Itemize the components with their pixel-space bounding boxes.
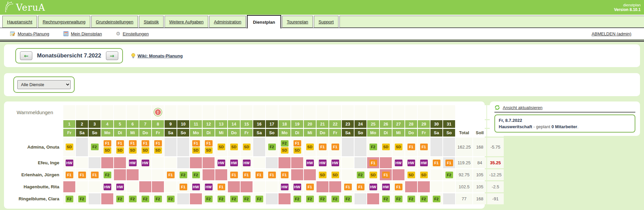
shift-cell-day-3[interactable] — [89, 181, 101, 192]
shift-chip-f1[interactable]: F1 — [180, 184, 187, 190]
tab-support[interactable]: Support — [314, 16, 338, 28]
shift-cell-day-10[interactable] — [177, 138, 189, 156]
shift-cell-day-31[interactable] — [443, 138, 455, 156]
shift-cell-day-21[interactable]: F1 — [317, 138, 328, 156]
shift-cell-day-1[interactable]: SD — [63, 138, 75, 156]
shift-chip-f1[interactable]: F1 — [91, 172, 99, 178]
shift-cell-day-15[interactable]: SD — [241, 138, 253, 156]
shift-chip-f2[interactable]: F2 — [357, 172, 364, 178]
shift-cell-day-21[interactable]: HW — [317, 157, 328, 168]
shift-cell-day-12[interactable]: F1SD — [203, 138, 215, 156]
shift-chip-sd[interactable]: SD — [230, 144, 238, 150]
shift-chip-f1[interactable]: F1 — [433, 160, 440, 166]
tab-tourenplan[interactable]: Tourenplan — [282, 16, 313, 28]
shift-cell-day-8[interactable] — [152, 157, 164, 168]
shift-cell-day-13[interactable]: HW — [215, 157, 227, 168]
shift-cell-day-15[interactable] — [241, 181, 253, 192]
shift-cell-day-27[interactable]: HW — [392, 157, 404, 168]
shift-cell-day-6[interactable] — [127, 169, 139, 180]
tab-hauptansicht[interactable]: Hauptansicht — [2, 16, 37, 28]
shift-cell-day-1[interactable]: HW — [63, 157, 75, 168]
shift-chip-f1[interactable]: F1 — [230, 172, 238, 178]
shift-chip-f1[interactable]: F1 — [445, 160, 453, 166]
shift-cell-day-23[interactable]: F1 — [342, 181, 354, 192]
shift-cell-day-26[interactable]: F2 — [380, 193, 392, 204]
shift-chip-f2[interactable]: F2 — [192, 172, 200, 178]
shift-cell-day-23[interactable] — [342, 157, 354, 168]
shift-cell-day-16[interactable] — [253, 181, 265, 192]
shift-chip-hw[interactable]: HW — [420, 160, 428, 166]
wiki-link[interactable]: Wiki: Monats-Planung — [131, 53, 183, 59]
shift-chip-f2[interactable]: F2 — [407, 196, 415, 202]
shift-cell-day-5[interactable]: F2 — [114, 193, 126, 204]
shift-cell-day-30[interactable] — [430, 138, 442, 156]
shift-chip-f1[interactable]: F1 — [344, 184, 352, 190]
shift-cell-day-30[interactable]: F1 — [430, 157, 442, 168]
shift-cell-day-4[interactable] — [101, 193, 113, 204]
shift-cell-day-7[interactable]: F2 — [139, 193, 151, 204]
shift-cell-day-3[interactable]: F1 — [89, 169, 101, 180]
shift-cell-day-3[interactable]: F2 — [89, 138, 101, 156]
shift-cell-day-26[interactable]: HW — [380, 181, 392, 192]
shift-chip-sd[interactable]: SD — [281, 147, 289, 154]
shift-cell-day-20[interactable]: F1 — [304, 181, 316, 192]
shift-chip-f2[interactable]: F2 — [306, 196, 314, 202]
shift-cell-day-17[interactable]: F2 — [266, 138, 278, 156]
shift-cell-day-11[interactable]: F2 — [190, 169, 202, 180]
shift-chip-f1[interactable]: F1 — [281, 172, 289, 178]
shift-cell-day-7[interactable]: F1SD — [139, 138, 151, 156]
shift-cell-day-25[interactable]: SD — [367, 169, 379, 180]
shift-cell-day-29[interactable]: SD — [418, 169, 430, 180]
shift-chip-f1[interactable]: F1 — [104, 140, 111, 147]
shift-chip-f1[interactable]: F1 — [66, 172, 73, 178]
shift-cell-day-31[interactable]: F2 — [443, 169, 455, 180]
shift-cell-day-14[interactable]: F1 — [228, 169, 240, 180]
shift-cell-day-5[interactable] — [114, 169, 126, 180]
shift-cell-day-14[interactable]: F2 — [228, 193, 240, 204]
shift-cell-day-19[interactable]: F1SD — [291, 138, 303, 156]
shift-cell-day-4[interactable]: HW — [101, 181, 113, 192]
shift-cell-day-12[interactable]: F2 — [203, 193, 215, 204]
warning-icon[interactable]: ! — [154, 108, 162, 117]
shift-chip-hw[interactable]: HW — [116, 184, 124, 190]
shift-chip-sd[interactable]: SD — [116, 147, 124, 154]
shift-cell-day-22[interactable]: F2 — [329, 193, 341, 204]
shift-cell-day-4[interactable]: F2 — [101, 169, 113, 180]
shift-chip-hw[interactable]: HW — [104, 184, 111, 190]
shift-cell-day-1[interactable] — [63, 181, 75, 192]
shift-cell-day-30[interactable] — [430, 181, 442, 192]
shift-cell-day-21[interactable] — [317, 181, 328, 192]
shift-cell-day-20[interactable] — [304, 169, 316, 180]
shift-cell-day-9[interactable] — [165, 138, 177, 156]
shift-chip-hw[interactable]: HW — [331, 160, 339, 166]
shift-cell-day-26[interactable]: F1 — [380, 169, 392, 180]
shift-cell-day-10[interactable] — [177, 157, 189, 168]
shift-cell-day-16[interactable] — [253, 138, 265, 156]
shift-cell-day-8[interactable]: F1SD — [152, 138, 164, 156]
shift-chip-f1[interactable]: F1 — [357, 184, 364, 190]
shift-chip-hw[interactable]: HW — [395, 160, 402, 166]
shift-chip-f1[interactable]: F1 — [167, 172, 175, 178]
shift-cell-day-22[interactable]: F1 — [329, 138, 341, 156]
shift-cell-day-10[interactable] — [177, 193, 189, 204]
shift-cell-day-20[interactable]: SD — [304, 138, 316, 156]
shift-cell-day-25[interactable]: HW — [367, 181, 379, 192]
shift-cell-day-29[interactable]: F1 — [418, 138, 430, 156]
logout-link[interactable]: ABMELDEN (admin) — [592, 31, 631, 36]
shift-cell-day-12[interactable]: HW — [203, 181, 215, 192]
shift-chip-f1[interactable]: F1 — [129, 140, 137, 147]
shift-chip-f2[interactable]: F2 — [433, 196, 440, 202]
shift-cell-day-31[interactable]: F1 — [443, 157, 455, 168]
shift-chip-hw[interactable]: HW — [230, 160, 238, 166]
shift-chip-f2[interactable]: F2 — [395, 196, 402, 202]
shift-chip-hw[interactable]: HW — [243, 160, 251, 166]
shift-chip-f2[interactable]: F2 — [154, 196, 162, 202]
shift-cell-day-27[interactable] — [392, 169, 404, 180]
shift-cell-day-19[interactable] — [291, 157, 303, 168]
shift-chip-sd[interactable]: SD — [306, 144, 314, 150]
shift-chip-sd[interactable]: SD — [369, 172, 377, 178]
shift-chip-f1[interactable]: F1 — [319, 144, 326, 150]
shift-cell-day-13[interactable]: F1 — [215, 181, 227, 192]
tab-rechnungsverwaltung[interactable]: Rechnungsverwaltung — [38, 16, 90, 28]
shift-cell-day-12[interactable] — [203, 169, 215, 180]
